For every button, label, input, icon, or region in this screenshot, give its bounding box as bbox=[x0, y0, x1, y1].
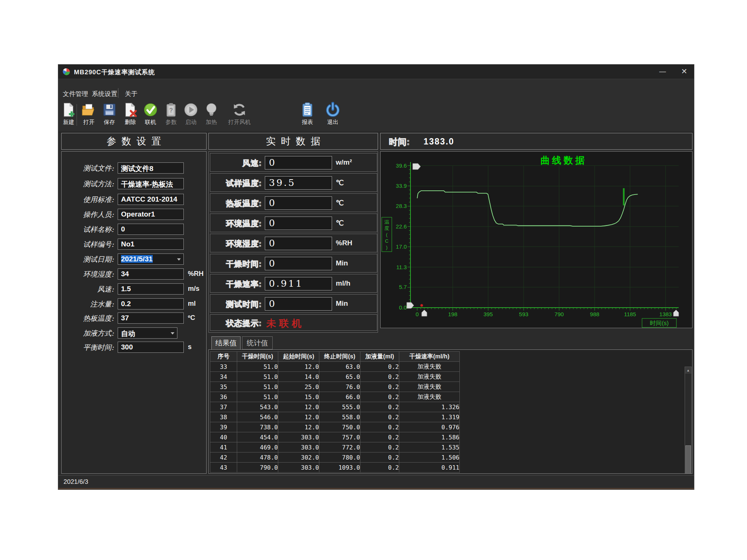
new-file-icon bbox=[61, 102, 77, 118]
y-tick-label: 33.9 bbox=[396, 183, 407, 189]
table-column-header[interactable]: 序号 bbox=[210, 352, 237, 362]
menu-file-management[interactable]: 文件管理 bbox=[63, 90, 88, 98]
temperature-chart[interactable]: 0.05.711.317.022.628.333.939.60198395593… bbox=[380, 151, 692, 328]
scrollbar-thumb[interactable] bbox=[685, 445, 691, 474]
toolbar-button-open-folder[interactable]: 打开 bbox=[78, 102, 99, 130]
table-cell: 478.0 bbox=[237, 452, 278, 463]
realtime-row: 干燥速率:0.911ml/h bbox=[210, 274, 377, 293]
param-row: 环境湿度:34%RH bbox=[62, 268, 206, 280]
table-row[interactable]: 3651.015.066.00.2加液失败 bbox=[210, 392, 460, 402]
table-cell: 469.0 bbox=[237, 442, 278, 452]
table-scrollbar[interactable]: ▲ ▼ bbox=[685, 367, 692, 474]
status-hint-label: 状态提示: bbox=[210, 318, 262, 329]
param-field-input[interactable]: Operator1 bbox=[118, 209, 184, 220]
param-field-input[interactable]: 300 bbox=[118, 342, 184, 353]
table-row[interactable]: 3451.014.065.00.2加液失败 bbox=[210, 372, 460, 382]
toolbar-button-report-clipboard[interactable]: 报表 bbox=[297, 102, 318, 130]
param-field-input[interactable]: 测试文件8 bbox=[118, 162, 184, 174]
realtime-panel-body: 风速:0w/m²试样温度:39.5℃热板温度:0℃环境温度:0℃环境湿度:0%R… bbox=[208, 151, 378, 333]
param-field-label: 试样编号: bbox=[68, 240, 114, 249]
table-cell: 303.0 bbox=[278, 463, 319, 473]
toolbar-button-label: 退出 bbox=[327, 119, 338, 126]
param-field-label: 测试文件: bbox=[68, 164, 114, 173]
table-column-header[interactable]: 干燥时间(s) bbox=[237, 352, 278, 362]
table-cell: 780.0 bbox=[319, 452, 360, 463]
table-column-header[interactable]: 干燥速率(ml/h) bbox=[399, 352, 460, 362]
table-column-header[interactable]: 起始时间(s) bbox=[278, 352, 319, 362]
realtime-unit: Min bbox=[336, 299, 348, 308]
table-row[interactable]: 38546.012.0558.00.21.319 bbox=[210, 412, 460, 422]
table-cell: 40 bbox=[210, 432, 237, 442]
toolbar-button-save-floppy[interactable]: 保存 bbox=[99, 102, 120, 130]
table-row[interactable]: 42478.0302.0780.00.21.506 bbox=[210, 452, 460, 463]
param-row: 使用标准:AATCC 201-2014 bbox=[62, 194, 206, 206]
param-field-input[interactable]: No1 bbox=[118, 239, 184, 250]
table-cell: 12.0 bbox=[278, 412, 319, 422]
table-cell: 0.2 bbox=[360, 422, 399, 432]
table-row[interactable]: 40454.0303.0757.00.21.586 bbox=[210, 432, 460, 442]
y-tick-label: 39.6 bbox=[396, 162, 407, 169]
table-cell: 12.0 bbox=[278, 402, 319, 412]
table-row[interactable]: 3551.025.076.00.2加液失败 bbox=[210, 382, 460, 392]
param-field-input[interactable]: 0 bbox=[118, 224, 184, 235]
table-column-header[interactable]: 终止时间(s) bbox=[319, 352, 360, 362]
param-field-unit: ml bbox=[188, 300, 196, 308]
param-field-input[interactable]: 自动 bbox=[118, 327, 177, 339]
toolbar-button-label: 打开风机 bbox=[228, 119, 251, 126]
toolbar-button-new-file[interactable]: 新建 bbox=[58, 102, 79, 130]
table-cell: 14.0 bbox=[278, 372, 319, 382]
toolbar-button-connect-check[interactable]: 联机 bbox=[140, 102, 161, 130]
table-column-header[interactable]: 加液量(ml) bbox=[360, 352, 399, 362]
y-tick-label: 22.6 bbox=[396, 223, 407, 230]
realtime-row: 测试时间:0Min bbox=[210, 294, 377, 313]
chart-cursor-bar[interactable] bbox=[623, 188, 625, 205]
menu-system-settings[interactable]: 系统设置 bbox=[92, 90, 117, 98]
y-axis-label-char: C bbox=[385, 238, 388, 244]
realtime-label: 干燥时间: bbox=[210, 259, 262, 269]
param-row: 测试方法:干燥速率-热板法 bbox=[62, 178, 206, 190]
param-field-label: 注水量: bbox=[68, 299, 114, 309]
table-row[interactable]: 39738.012.0750.00.20.976 bbox=[210, 422, 460, 432]
toolbar-button-delete-file[interactable]: 删除 bbox=[120, 102, 141, 130]
realtime-value: 0 bbox=[265, 297, 332, 311]
table-row[interactable]: 43790.0303.01093.00.20.911 bbox=[210, 463, 460, 473]
table-cell: 0.2 bbox=[360, 382, 399, 392]
param-field-input[interactable]: 34 bbox=[118, 268, 184, 280]
table-cell: 0.976 bbox=[399, 422, 460, 432]
x-tick-label: 0 bbox=[416, 311, 419, 317]
window-title: MB290C干燥速率测试系统 bbox=[74, 68, 155, 77]
combo-arrow-icon[interactable] bbox=[177, 258, 181, 261]
param-field-input[interactable]: 干燥速率-热板法 bbox=[118, 178, 184, 189]
table-row[interactable]: 37543.012.0555.00.21.326 bbox=[210, 402, 460, 412]
table-row[interactable]: 41469.0303.0772.00.21.535 bbox=[210, 442, 460, 452]
y-tick-label: 11.3 bbox=[396, 264, 407, 270]
table-cell: 738.0 bbox=[237, 422, 278, 432]
tab-result-values[interactable]: 结果值 bbox=[211, 336, 241, 349]
realtime-panel-title: 实时数据 bbox=[261, 135, 326, 148]
close-button[interactable]: ✕ bbox=[675, 65, 693, 78]
realtime-row: 风速:0w/m² bbox=[210, 153, 377, 172]
menu-about[interactable]: 关于 bbox=[125, 90, 137, 98]
param-field-input[interactable]: 37 bbox=[118, 312, 184, 324]
tab-statistic-values[interactable]: 统计值 bbox=[242, 336, 273, 349]
param-field-input[interactable]: 1.5 bbox=[118, 283, 184, 295]
minimize-button[interactable]: — bbox=[654, 65, 672, 78]
param-field-input[interactable]: AATCC 201-2014 bbox=[118, 194, 184, 205]
param-field-input[interactable]: 2021/5/31 bbox=[118, 253, 184, 265]
realtime-row: 环境湿度:0%RH bbox=[210, 234, 377, 252]
param-row: 加液方式:自动 bbox=[62, 327, 206, 339]
param-field-unit: s bbox=[188, 343, 192, 351]
svg-text:?: ? bbox=[169, 107, 173, 113]
combo-arrow-icon[interactable] bbox=[171, 332, 174, 335]
chart-background bbox=[381, 152, 692, 328]
table-cell: 加液失败 bbox=[399, 362, 460, 372]
toolbar-button-label: 删除 bbox=[125, 119, 136, 126]
realtime-unit: Min bbox=[336, 259, 348, 267]
table-row[interactable]: 3351.012.063.00.2加液失败 bbox=[210, 362, 460, 372]
table-cell: 76.0 bbox=[319, 382, 360, 392]
param-field-input[interactable]: 0.2 bbox=[118, 298, 184, 309]
scrollbar-up-icon[interactable]: ▲ bbox=[685, 367, 691, 374]
table-cell: 303.0 bbox=[278, 432, 319, 442]
x-tick-label: 1383 bbox=[659, 311, 672, 317]
toolbar-button-exit-power[interactable]: 退出 bbox=[322, 102, 343, 130]
